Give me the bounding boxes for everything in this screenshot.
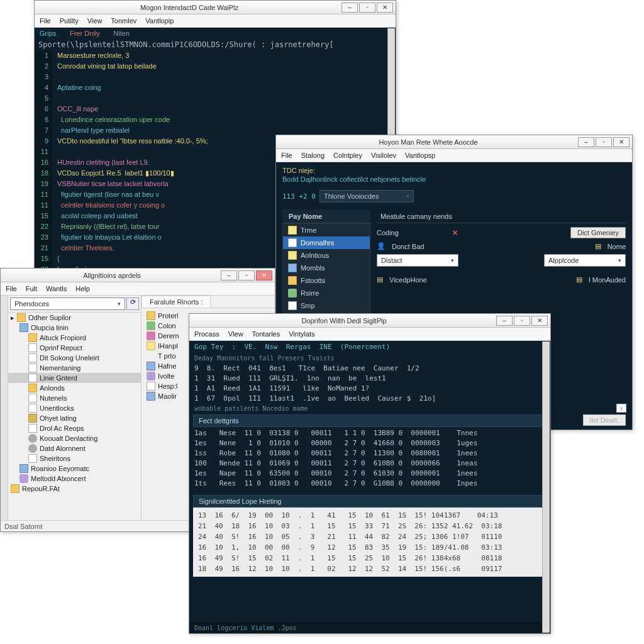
- titlebar[interactable]: Doprifon Wilth Dedl SigltPlp – ▫ ✕: [189, 314, 550, 328]
- tab[interactable]: Faralute Rinorts :: [142, 296, 211, 308]
- item-icon: [147, 331, 155, 340]
- panel-header: Pay Nome: [282, 210, 370, 223]
- titlebar[interactable]: Hoyon Man Rete Whete Aoocde – ▫ ✕: [276, 135, 632, 149]
- tree-item[interactable]: Datd Alornnent: [8, 443, 141, 453]
- tree-item[interactable]: Oprinf Repuct: [8, 343, 141, 353]
- tree-item[interactable]: Nementaning: [8, 363, 141, 373]
- category-item[interactable]: Rsirre: [283, 287, 370, 299]
- category-item[interactable]: Mombls: [283, 262, 370, 274]
- menu-item[interactable]: Vintylats: [289, 330, 314, 338]
- tree-item[interactable]: Olupcia linin: [8, 323, 141, 333]
- breadcrumb-bar: Grips Frer Dnily Niten: [35, 28, 396, 39]
- tree-icon: [28, 444, 37, 453]
- list-icon: [288, 301, 297, 310]
- menu-item[interactable]: Vlew: [228, 330, 243, 338]
- minimize-button[interactable]: –: [341, 3, 358, 13]
- sidebar-rail[interactable]: [1, 296, 8, 520]
- code-line[interactable]: 4Aptatine coing: [35, 82, 396, 93]
- crumb[interactable]: Frer Dnily: [70, 30, 100, 37]
- search-input[interactable]: Phendoces▾: [10, 297, 125, 310]
- tree-item[interactable]: Unentlocks: [8, 403, 141, 413]
- category-item[interactable]: Domnalhrs: [283, 236, 370, 249]
- category-item[interactable]: Trme: [283, 224, 370, 236]
- code-line[interactable]: 1Marsoesture reclnxle, 3: [35, 50, 396, 61]
- tree-item[interactable]: Linie Gnterd: [8, 373, 141, 383]
- code-line[interactable]: 6OCC_ill nape: [35, 104, 396, 114]
- tree-item[interactable]: Drol Ac Reops: [8, 423, 141, 433]
- body-line: Bodd Dajlhonlinck cofiectilct nebjonets …: [282, 175, 426, 183]
- maximize-button[interactable]: ▫: [359, 3, 375, 13]
- category-item[interactable]: Fstootts: [283, 274, 370, 287]
- code-line[interactable]: 5: [35, 93, 396, 104]
- code-line[interactable]: 6 Lonedince celnsraization uper code: [35, 114, 396, 125]
- scrollbar[interactable]: [542, 341, 550, 633]
- minimize-button[interactable]: –: [578, 137, 594, 147]
- titlebar[interactable]: Mogon IntendactD Cade WaiPlz – ▫ ✕: [35, 1, 396, 14]
- field-label: Donct Bad: [392, 243, 424, 250]
- menu-item[interactable]: View: [87, 17, 103, 25]
- menu-item[interactable]: Visilolev: [371, 152, 396, 159]
- tree-item[interactable]: Roanioo Eeyomatc: [8, 464, 141, 474]
- menu-item[interactable]: Help: [75, 285, 90, 292]
- tree-item[interactable]: Kooualt Denlacting: [8, 433, 141, 443]
- minimize-button[interactable]: –: [496, 316, 513, 326]
- tree-item[interactable]: Ohyet lating: [8, 413, 141, 423]
- tree-icon: [28, 434, 37, 443]
- tree-icon: [19, 464, 28, 473]
- menu-item[interactable]: File: [281, 152, 292, 159]
- tree-item[interactable]: Aituck Fropiord: [8, 333, 141, 343]
- maximize-button[interactable]: ▫: [514, 316, 530, 326]
- maximize-button[interactable]: ▫: [238, 270, 255, 280]
- tree-item[interactable]: Dit Sokong Uneleirt: [8, 353, 141, 363]
- minimize-button[interactable]: –: [221, 270, 237, 280]
- menu-item[interactable]: Wantls: [46, 285, 67, 292]
- close-button[interactable]: ✕: [256, 270, 272, 280]
- code-line[interactable]: 2Conrodat vining tat latop beilade: [35, 61, 396, 72]
- category-item[interactable]: Smp: [283, 299, 370, 312]
- list-icon: [288, 251, 297, 260]
- tree-root[interactable]: ▸ Odher Supilor: [8, 313, 141, 323]
- menu-item[interactable]: Tonmlev: [111, 17, 136, 25]
- chevron-down-icon: ▾: [618, 257, 621, 264]
- hex-row: 1es Nene 1 0 01010 0 00000 2 7 0 41660 0…: [194, 438, 545, 448]
- menu-item[interactable]: Procass: [194, 330, 219, 338]
- statusbar: Doanl logcerio Vialem .Jpos: [189, 622, 550, 633]
- tree-item[interactable]: Anlonds: [8, 383, 141, 393]
- menu-item[interactable]: Vantlopsp: [405, 152, 435, 159]
- output-row: 1 67 0pol 1I1 11ast1 .1ve ao Beeled Caus…: [194, 394, 545, 404]
- titlebar[interactable]: Allgnitioins aprdels – ▫ ✕: [1, 269, 275, 282]
- tree-icon: [28, 394, 37, 402]
- close-button[interactable]: ✕: [377, 3, 393, 13]
- menu-item[interactable]: Stalong: [301, 152, 325, 159]
- tree-icon: [11, 484, 19, 493]
- mode-dropdown[interactable]: Thlone Vooiocdes▾: [319, 190, 414, 203]
- distact-dropdown[interactable]: Distact▾: [377, 254, 458, 267]
- category-item[interactable]: Aolntious: [283, 249, 370, 262]
- alpcode-dropdown[interactable]: Alpplcode▾: [544, 254, 626, 267]
- menu-item[interactable]: Tontarles: [252, 330, 280, 338]
- menu-item[interactable]: Colntpley: [333, 152, 362, 159]
- refresh-icon[interactable]: ⟳: [126, 297, 139, 310]
- crumb[interactable]: Niten: [113, 30, 130, 37]
- maximize-button[interactable]: ▫: [596, 137, 612, 147]
- tree-item[interactable]: Meitodd Alxoncert: [8, 474, 141, 484]
- field-label: Coding: [377, 229, 446, 236]
- hex-row: 1ts Rees 11 0 01003 0 00010 2 7 0 G10B8 …: [194, 479, 545, 489]
- menu-item[interactable]: File: [6, 285, 17, 292]
- hex-row: 1es Nape 11 0 63500 0 00010 2 7 0 61030 …: [194, 469, 545, 479]
- close-button[interactable]: ✕: [613, 137, 630, 147]
- code-line[interactable]: 3: [35, 72, 396, 82]
- dict-button[interactable]: Dict Gmeniey: [570, 227, 626, 238]
- menubar: FilePutiltyViewTonmlevVantlopip: [35, 14, 396, 28]
- close-icon[interactable]: x: [616, 404, 626, 413]
- close-button[interactable]: ✕: [531, 316, 548, 326]
- tree-item[interactable]: RepouR.FAt: [8, 484, 141, 494]
- tree-item[interactable]: Sheiritons: [8, 453, 141, 464]
- menu-item[interactable]: Putilty: [60, 17, 79, 25]
- menu-item[interactable]: File: [40, 17, 51, 25]
- tree-item[interactable]: Nutenels: [8, 393, 141, 403]
- hex-row: 1ss Robe 11 0 01080 0 00011 2 7 0 11300 …: [194, 448, 545, 458]
- menu-item[interactable]: Vantlopip: [145, 17, 174, 25]
- menu-item[interactable]: Fult: [26, 285, 37, 292]
- crumb[interactable]: Grips: [40, 30, 56, 37]
